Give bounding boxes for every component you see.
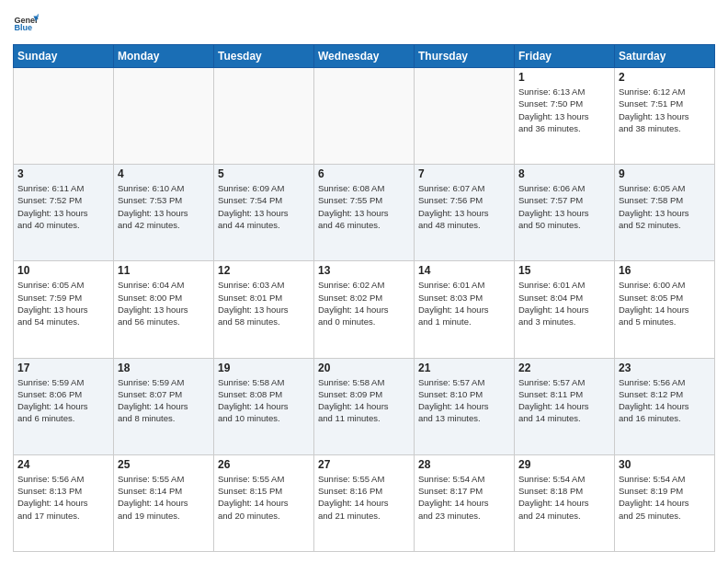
calendar-cell: 3Sunrise: 6:11 AM Sunset: 7:52 PM Daylig…: [14, 165, 114, 261]
day-number: 19: [218, 362, 310, 374]
calendar-cell: 14Sunrise: 6:01 AM Sunset: 8:03 PM Dayli…: [415, 261, 515, 358]
weekday-header: Wednesday: [314, 45, 415, 68]
day-info: Sunrise: 5:54 AM Sunset: 8:18 PM Dayligh…: [518, 473, 610, 522]
calendar-cell: 20Sunrise: 5:58 AM Sunset: 8:09 PM Dayli…: [314, 358, 415, 454]
day-info: Sunrise: 6:13 AM Sunset: 7:50 PM Dayligh…: [518, 86, 610, 134]
day-info: Sunrise: 5:59 AM Sunset: 8:06 PM Dayligh…: [17, 376, 109, 425]
day-info: Sunrise: 6:04 AM Sunset: 8:00 PM Dayligh…: [118, 279, 210, 327]
calendar-cell: 27Sunrise: 5:55 AM Sunset: 8:16 PM Dayli…: [314, 454, 415, 551]
day-info: Sunrise: 6:05 AM Sunset: 7:59 PM Dayligh…: [17, 279, 109, 327]
day-info: Sunrise: 6:01 AM Sunset: 8:03 PM Dayligh…: [418, 279, 510, 327]
calendar-cell: 1Sunrise: 6:13 AM Sunset: 7:50 PM Daylig…: [515, 68, 615, 165]
calendar-cell: 29Sunrise: 5:54 AM Sunset: 8:18 PM Dayli…: [515, 454, 615, 551]
day-number: 3: [17, 167, 109, 180]
day-number: 10: [17, 264, 109, 277]
day-info: Sunrise: 5:57 AM Sunset: 8:10 PM Dayligh…: [418, 376, 510, 425]
calendar-header-row: SundayMondayTuesdayWednesdayThursdayFrid…: [14, 45, 715, 68]
day-info: Sunrise: 5:54 AM Sunset: 8:19 PM Dayligh…: [619, 473, 711, 522]
calendar-cell: 26Sunrise: 5:55 AM Sunset: 8:15 PM Dayli…: [214, 454, 314, 551]
day-info: Sunrise: 6:07 AM Sunset: 7:56 PM Dayligh…: [418, 182, 510, 231]
day-info: Sunrise: 5:57 AM Sunset: 8:11 PM Dayligh…: [518, 376, 610, 425]
day-number: 20: [318, 362, 410, 374]
day-number: 29: [518, 458, 610, 471]
calendar-table: SundayMondayTuesdayWednesdayThursdayFrid…: [13, 44, 715, 552]
calendar-cell: 8Sunrise: 6:06 AM Sunset: 7:57 PM Daylig…: [515, 165, 615, 261]
page: General Blue SundayMondayTuesdayWednesda…: [0, 0, 728, 563]
calendar-cell: 4Sunrise: 6:10 AM Sunset: 7:53 PM Daylig…: [114, 165, 214, 261]
weekday-header: Friday: [515, 45, 615, 68]
day-info: Sunrise: 5:58 AM Sunset: 8:09 PM Dayligh…: [318, 376, 410, 425]
day-number: 24: [17, 458, 109, 471]
day-info: Sunrise: 6:01 AM Sunset: 8:04 PM Dayligh…: [518, 279, 610, 327]
day-info: Sunrise: 5:55 AM Sunset: 8:15 PM Dayligh…: [218, 473, 310, 522]
weekday-header: Saturday: [615, 45, 715, 68]
day-number: 7: [418, 167, 510, 180]
logo-icon: General Blue: [13, 11, 39, 37]
calendar-cell: 9Sunrise: 6:05 AM Sunset: 7:58 PM Daylig…: [615, 165, 715, 261]
day-info: Sunrise: 6:02 AM Sunset: 8:02 PM Dayligh…: [318, 279, 410, 327]
calendar-week-row: 1Sunrise: 6:13 AM Sunset: 7:50 PM Daylig…: [14, 68, 715, 165]
calendar-cell: 15Sunrise: 6:01 AM Sunset: 8:04 PM Dayli…: [515, 261, 615, 358]
day-number: 21: [418, 362, 510, 374]
day-info: Sunrise: 6:09 AM Sunset: 7:54 PM Dayligh…: [218, 182, 310, 231]
calendar-week-row: 3Sunrise: 6:11 AM Sunset: 7:52 PM Daylig…: [14, 165, 715, 261]
day-info: Sunrise: 6:08 AM Sunset: 7:55 PM Dayligh…: [318, 182, 410, 231]
calendar-cell: 2Sunrise: 6:12 AM Sunset: 7:51 PM Daylig…: [615, 68, 715, 165]
calendar-cell: 13Sunrise: 6:02 AM Sunset: 8:02 PM Dayli…: [314, 261, 415, 358]
calendar-cell: 16Sunrise: 6:00 AM Sunset: 8:05 PM Dayli…: [615, 261, 715, 358]
day-number: 14: [418, 264, 510, 277]
calendar-cell: 17Sunrise: 5:59 AM Sunset: 8:06 PM Dayli…: [14, 358, 114, 454]
day-number: 6: [318, 167, 410, 180]
calendar-cell: 18Sunrise: 5:59 AM Sunset: 8:07 PM Dayli…: [114, 358, 214, 454]
calendar-cell: 19Sunrise: 5:58 AM Sunset: 8:08 PM Dayli…: [214, 358, 314, 454]
calendar-cell: 23Sunrise: 5:56 AM Sunset: 8:12 PM Dayli…: [615, 358, 715, 454]
calendar-week-row: 24Sunrise: 5:56 AM Sunset: 8:13 PM Dayli…: [14, 454, 715, 551]
day-info: Sunrise: 5:54 AM Sunset: 8:17 PM Dayligh…: [418, 473, 510, 522]
day-info: Sunrise: 5:56 AM Sunset: 8:12 PM Dayligh…: [619, 376, 711, 425]
weekday-header: Sunday: [14, 45, 114, 68]
day-info: Sunrise: 6:11 AM Sunset: 7:52 PM Dayligh…: [17, 182, 109, 231]
day-number: 22: [518, 362, 610, 374]
calendar-cell: [114, 68, 214, 165]
calendar-cell: 24Sunrise: 5:56 AM Sunset: 8:13 PM Dayli…: [14, 454, 114, 551]
day-number: 11: [118, 264, 210, 277]
calendar-cell: [14, 68, 114, 165]
day-number: 17: [17, 362, 109, 374]
calendar-cell: 7Sunrise: 6:07 AM Sunset: 7:56 PM Daylig…: [415, 165, 515, 261]
calendar-week-row: 10Sunrise: 6:05 AM Sunset: 7:59 PM Dayli…: [14, 261, 715, 358]
day-info: Sunrise: 5:55 AM Sunset: 8:16 PM Dayligh…: [318, 473, 410, 522]
calendar-cell: 30Sunrise: 5:54 AM Sunset: 8:19 PM Dayli…: [615, 454, 715, 551]
day-number: 2: [619, 71, 711, 84]
day-info: Sunrise: 5:58 AM Sunset: 8:08 PM Dayligh…: [218, 376, 310, 425]
day-number: 5: [218, 167, 310, 180]
weekday-header: Thursday: [415, 45, 515, 68]
day-number: 4: [118, 167, 210, 180]
calendar-cell: 21Sunrise: 5:57 AM Sunset: 8:10 PM Dayli…: [415, 358, 515, 454]
calendar-cell: 11Sunrise: 6:04 AM Sunset: 8:00 PM Dayli…: [114, 261, 214, 358]
day-info: Sunrise: 5:55 AM Sunset: 8:14 PM Dayligh…: [118, 473, 210, 522]
calendar-cell: 28Sunrise: 5:54 AM Sunset: 8:17 PM Dayli…: [415, 454, 515, 551]
day-number: 25: [118, 458, 210, 471]
day-number: 1: [518, 71, 610, 84]
calendar-cell: 25Sunrise: 5:55 AM Sunset: 8:14 PM Dayli…: [114, 454, 214, 551]
day-info: Sunrise: 5:56 AM Sunset: 8:13 PM Dayligh…: [17, 473, 109, 522]
day-number: 27: [318, 458, 410, 471]
weekday-header: Tuesday: [214, 45, 314, 68]
day-number: 8: [518, 167, 610, 180]
day-info: Sunrise: 6:12 AM Sunset: 7:51 PM Dayligh…: [619, 86, 711, 134]
day-info: Sunrise: 6:00 AM Sunset: 8:05 PM Dayligh…: [619, 279, 711, 327]
day-number: 23: [619, 362, 711, 374]
day-info: Sunrise: 5:59 AM Sunset: 8:07 PM Dayligh…: [118, 376, 210, 425]
calendar-cell: 22Sunrise: 5:57 AM Sunset: 8:11 PM Dayli…: [515, 358, 615, 454]
weekday-header: Monday: [114, 45, 214, 68]
day-number: 15: [518, 264, 610, 277]
day-number: 30: [619, 458, 711, 471]
day-info: Sunrise: 6:06 AM Sunset: 7:57 PM Dayligh…: [518, 182, 610, 231]
calendar-cell: [214, 68, 314, 165]
calendar-week-row: 17Sunrise: 5:59 AM Sunset: 8:06 PM Dayli…: [14, 358, 715, 454]
calendar-cell: 6Sunrise: 6:08 AM Sunset: 7:55 PM Daylig…: [314, 165, 415, 261]
day-number: 26: [218, 458, 310, 471]
header: General Blue: [13, 11, 715, 37]
day-number: 16: [619, 264, 711, 277]
day-number: 13: [318, 264, 410, 277]
